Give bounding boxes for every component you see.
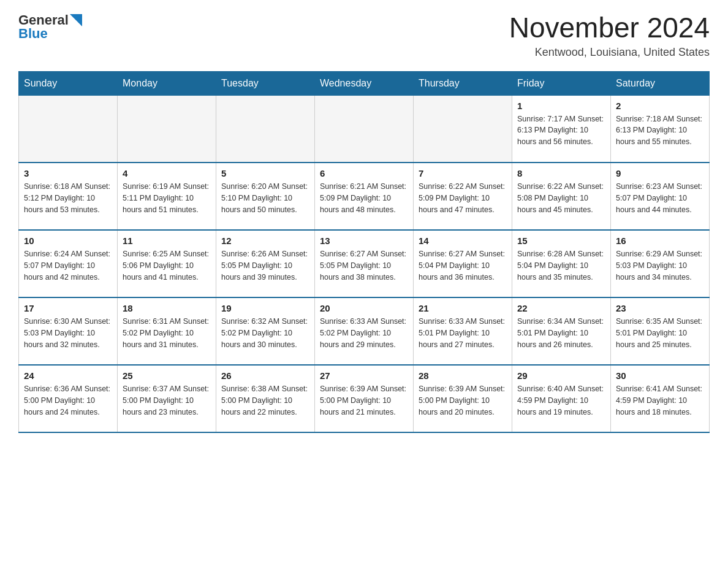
calendar-cell: 17Sunrise: 6:30 AM Sunset: 5:03 PM Dayli… — [19, 297, 118, 365]
sun-info: Sunrise: 6:20 AM Sunset: 5:10 PM Dayligh… — [221, 181, 309, 215]
day-number: 16 — [616, 236, 704, 246]
day-number: 23 — [616, 303, 704, 313]
day-number: 30 — [616, 370, 704, 381]
svg-marker-0 — [70, 14, 82, 26]
calendar-week-5: 24Sunrise: 6:36 AM Sunset: 5:00 PM Dayli… — [19, 365, 710, 432]
page-header: General Blue November 2024 Kentwood, Lou… — [18, 12, 710, 59]
day-number: 22 — [517, 303, 605, 313]
day-header-friday: Friday — [512, 71, 611, 95]
calendar-body: 1Sunrise: 7:17 AM Sunset: 6:13 PM Daylig… — [19, 95, 710, 432]
day-number: 13 — [320, 236, 408, 246]
calendar-cell: 20Sunrise: 6:33 AM Sunset: 5:02 PM Dayli… — [315, 297, 414, 365]
calendar-week-4: 17Sunrise: 6:30 AM Sunset: 5:03 PM Dayli… — [19, 297, 710, 365]
day-number: 4 — [123, 168, 211, 178]
day-number: 6 — [320, 168, 408, 178]
sun-info: Sunrise: 6:31 AM Sunset: 5:02 PM Dayligh… — [123, 316, 211, 350]
day-number: 19 — [221, 303, 309, 313]
sun-info: Sunrise: 6:24 AM Sunset: 5:07 PM Dayligh… — [24, 248, 112, 283]
calendar-cell: 1Sunrise: 7:17 AM Sunset: 6:13 PM Daylig… — [512, 95, 611, 163]
day-header-saturday: Saturday — [611, 71, 710, 95]
sun-info: Sunrise: 6:41 AM Sunset: 4:59 PM Dayligh… — [616, 383, 704, 418]
calendar-cell: 26Sunrise: 6:38 AM Sunset: 5:00 PM Dayli… — [216, 365, 315, 432]
calendar-cell: 10Sunrise: 6:24 AM Sunset: 5:07 PM Dayli… — [19, 230, 118, 297]
calendar-header: SundayMondayTuesdayWednesdayThursdayFrid… — [19, 71, 710, 95]
day-number: 17 — [24, 303, 112, 313]
sun-info: Sunrise: 6:29 AM Sunset: 5:03 PM Dayligh… — [616, 248, 704, 283]
calendar-cell: 15Sunrise: 6:28 AM Sunset: 5:04 PM Dayli… — [512, 230, 611, 297]
sun-info: Sunrise: 6:33 AM Sunset: 5:01 PM Dayligh… — [419, 316, 507, 350]
day-number: 8 — [517, 168, 605, 178]
day-number: 9 — [616, 168, 704, 178]
calendar-table: SundayMondayTuesdayWednesdayThursdayFrid… — [18, 71, 710, 434]
calendar-cell — [216, 95, 315, 163]
day-header-tuesday: Tuesday — [216, 71, 315, 95]
day-number: 7 — [419, 168, 507, 178]
sun-info: Sunrise: 6:26 AM Sunset: 5:05 PM Dayligh… — [221, 248, 309, 283]
calendar-cell: 18Sunrise: 6:31 AM Sunset: 5:02 PM Dayli… — [118, 297, 216, 365]
day-number: 25 — [123, 370, 211, 381]
sun-info: Sunrise: 6:28 AM Sunset: 5:04 PM Dayligh… — [517, 248, 605, 283]
calendar-cell: 7Sunrise: 6:22 AM Sunset: 5:09 PM Daylig… — [414, 163, 512, 230]
sun-info: Sunrise: 6:25 AM Sunset: 5:06 PM Dayligh… — [123, 248, 211, 283]
calendar-cell — [19, 95, 118, 163]
calendar-week-3: 10Sunrise: 6:24 AM Sunset: 5:07 PM Dayli… — [19, 230, 710, 297]
sun-info: Sunrise: 7:17 AM Sunset: 6:13 PM Dayligh… — [517, 113, 605, 148]
sun-info: Sunrise: 6:33 AM Sunset: 5:02 PM Dayligh… — [320, 316, 408, 350]
logo-text-blue: Blue — [18, 26, 48, 42]
day-header-wednesday: Wednesday — [315, 71, 414, 95]
sun-info: Sunrise: 7:18 AM Sunset: 6:13 PM Dayligh… — [616, 113, 704, 148]
calendar-week-2: 3Sunrise: 6:18 AM Sunset: 5:12 PM Daylig… — [19, 163, 710, 230]
calendar-cell: 9Sunrise: 6:23 AM Sunset: 5:07 PM Daylig… — [611, 163, 710, 230]
calendar-cell: 24Sunrise: 6:36 AM Sunset: 5:00 PM Dayli… — [19, 365, 118, 432]
day-number: 29 — [517, 370, 605, 381]
month-title: November 2024 — [509, 12, 710, 44]
calendar-cell: 27Sunrise: 6:39 AM Sunset: 5:00 PM Dayli… — [315, 365, 414, 432]
day-number: 20 — [320, 303, 408, 313]
sun-info: Sunrise: 6:27 AM Sunset: 5:04 PM Dayligh… — [419, 248, 507, 283]
day-number: 11 — [123, 236, 211, 246]
day-number: 21 — [419, 303, 507, 313]
day-number: 12 — [221, 236, 309, 246]
day-number: 14 — [419, 236, 507, 246]
calendar-cell: 3Sunrise: 6:18 AM Sunset: 5:12 PM Daylig… — [19, 163, 118, 230]
calendar-cell: 11Sunrise: 6:25 AM Sunset: 5:06 PM Dayli… — [118, 230, 216, 297]
calendar-cell: 4Sunrise: 6:19 AM Sunset: 5:11 PM Daylig… — [118, 163, 216, 230]
day-number: 1 — [517, 101, 605, 111]
day-number: 24 — [24, 370, 112, 381]
day-number: 28 — [419, 370, 507, 381]
calendar-cell: 8Sunrise: 6:22 AM Sunset: 5:08 PM Daylig… — [512, 163, 611, 230]
calendar-cell: 29Sunrise: 6:40 AM Sunset: 4:59 PM Dayli… — [512, 365, 611, 432]
day-header-monday: Monday — [118, 71, 216, 95]
location-title: Kentwood, Louisiana, United States — [509, 46, 710, 59]
day-header-thursday: Thursday — [414, 71, 512, 95]
sun-info: Sunrise: 6:30 AM Sunset: 5:03 PM Dayligh… — [24, 316, 112, 350]
sun-info: Sunrise: 6:40 AM Sunset: 4:59 PM Dayligh… — [517, 383, 605, 418]
sun-info: Sunrise: 6:38 AM Sunset: 5:00 PM Dayligh… — [221, 383, 309, 418]
sun-info: Sunrise: 6:32 AM Sunset: 5:02 PM Dayligh… — [221, 316, 309, 350]
day-number: 2 — [616, 101, 704, 111]
calendar-cell: 30Sunrise: 6:41 AM Sunset: 4:59 PM Dayli… — [611, 365, 710, 432]
day-number: 27 — [320, 370, 408, 381]
day-header-sunday: Sunday — [19, 71, 118, 95]
sun-info: Sunrise: 6:22 AM Sunset: 5:08 PM Dayligh… — [517, 181, 605, 215]
calendar-cell — [315, 95, 414, 163]
calendar-cell: 28Sunrise: 6:39 AM Sunset: 5:00 PM Dayli… — [414, 365, 512, 432]
calendar-cell — [118, 95, 216, 163]
sun-info: Sunrise: 6:36 AM Sunset: 5:00 PM Dayligh… — [24, 383, 112, 418]
calendar-cell: 12Sunrise: 6:26 AM Sunset: 5:05 PM Dayli… — [216, 230, 315, 297]
day-number: 3 — [24, 168, 112, 178]
calendar-cell: 22Sunrise: 6:34 AM Sunset: 5:01 PM Dayli… — [512, 297, 611, 365]
logo: General Blue — [18, 12, 82, 42]
day-number: 5 — [221, 168, 309, 178]
sun-info: Sunrise: 6:22 AM Sunset: 5:09 PM Dayligh… — [419, 181, 507, 215]
calendar-cell: 25Sunrise: 6:37 AM Sunset: 5:00 PM Dayli… — [118, 365, 216, 432]
calendar-cell: 23Sunrise: 6:35 AM Sunset: 5:01 PM Dayli… — [611, 297, 710, 365]
day-number: 26 — [221, 370, 309, 381]
day-number: 18 — [123, 303, 211, 313]
day-number: 15 — [517, 236, 605, 246]
sun-info: Sunrise: 6:37 AM Sunset: 5:00 PM Dayligh… — [123, 383, 211, 418]
sun-info: Sunrise: 6:39 AM Sunset: 5:00 PM Dayligh… — [419, 383, 507, 418]
sun-info: Sunrise: 6:18 AM Sunset: 5:12 PM Dayligh… — [24, 181, 112, 215]
calendar-cell: 19Sunrise: 6:32 AM Sunset: 5:02 PM Dayli… — [216, 297, 315, 365]
calendar-cell: 21Sunrise: 6:33 AM Sunset: 5:01 PM Dayli… — [414, 297, 512, 365]
